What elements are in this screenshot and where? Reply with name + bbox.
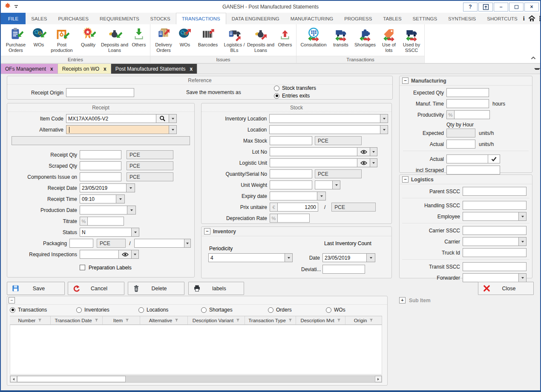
parent-sscc-input[interactable] [463, 187, 527, 196]
periodicity-combo[interactable] [208, 253, 293, 262]
scroll-right-arrow[interactable] [375, 376, 382, 382]
lot-no-input[interactable] [270, 147, 357, 156]
scroll-left-arrow[interactable] [10, 376, 17, 382]
production-date-input[interactable] [80, 206, 127, 215]
inventory-location-input[interactable] [269, 114, 380, 123]
manuf-time-input[interactable] [446, 99, 489, 108]
alternative-dropdown[interactable] [169, 125, 177, 134]
close-button[interactable]: Close [478, 282, 534, 295]
column-header-origin[interactable]: Origin [345, 316, 382, 324]
logistic-unit-input[interactable] [270, 158, 357, 167]
filter-funnel-icon[interactable] [288, 318, 292, 322]
delete-button[interactable]: Delete [128, 282, 184, 295]
radio-circle[interactable] [274, 86, 279, 91]
filter-locations[interactable]: Locations [138, 307, 168, 313]
titrate-input[interactable] [87, 217, 124, 226]
filter-inventories[interactable]: Inventories [76, 307, 109, 313]
receipt-time-input[interactable] [80, 195, 116, 203]
ribbon-button-others-issue[interactable]: Others [275, 25, 295, 48]
scraped-qty-input[interactable] [80, 161, 121, 170]
ribbon-button-used-by-sscc[interactable]: Used by SSCC [400, 25, 423, 53]
column-header-description-mvt[interactable]: Description Mvt [296, 316, 345, 324]
incl-scraped-input[interactable] [446, 166, 500, 175]
inspections-eye-button[interactable] [119, 250, 132, 259]
expiry-date-dropdown[interactable] [317, 192, 326, 200]
unit-weight-unit-input[interactable] [315, 180, 333, 189]
ribbon-tab-synthesis[interactable]: SYNTHESIS [443, 13, 481, 24]
ribbon-button-deposits-loans-issue[interactable]: Deposits and Loans [247, 25, 275, 53]
ribbon-tab-purchases[interactable]: PURCHASES [52, 13, 94, 24]
periodicity-dropdown[interactable] [285, 253, 293, 262]
radio-circle[interactable] [268, 307, 273, 313]
save-button[interactable]: Save [7, 282, 65, 295]
location-input[interactable] [269, 125, 380, 134]
collapse-results-button[interactable]: − [9, 297, 15, 303]
close-tab-icon[interactable]: x [50, 66, 53, 72]
inventory-location-dropdown[interactable] [380, 114, 388, 123]
column-header-transaction-date[interactable]: Transaction Date [51, 316, 103, 324]
ribbon-button-delivery-orders[interactable]: Delivery Orders [151, 25, 176, 53]
collapse-logistics-button[interactable]: − [402, 176, 409, 183]
actual-confirm-button[interactable] [488, 155, 500, 163]
doc-tab-receipts-on-wo[interactable]: Receipts on WO x [58, 64, 111, 74]
status-dropdown[interactable] [132, 228, 139, 237]
forwarder-dropdown[interactable] [519, 273, 527, 282]
horizontal-scrollbar[interactable] [10, 375, 382, 383]
expand-sub-item-button[interactable]: + [399, 297, 406, 303]
ribbon-tab-requirements[interactable]: REQUIREMENTS [94, 13, 145, 24]
ribbon-tab-stocks[interactable]: STOCKS [145, 13, 176, 24]
column-header-description-variant[interactable]: Description Variant [188, 316, 245, 324]
ribbon-button-post-production[interactable]: Post production [48, 25, 76, 53]
ribbon-button-wos-entry[interactable]: WOs [30, 25, 48, 48]
collapse-manufacturing-button[interactable]: − [402, 77, 409, 84]
radio-circle[interactable] [201, 307, 207, 313]
forwarder-input[interactable] [463, 273, 519, 282]
cancel-button[interactable]: Cancel [68, 282, 124, 295]
receipt-time-dropdown[interactable] [116, 195, 125, 203]
ribbon-tab-data-engineering[interactable]: DATA ENGINEERING [226, 13, 285, 24]
column-header-number[interactable]: Number [10, 316, 51, 324]
max-stock-input[interactable] [270, 136, 312, 145]
preparation-labels-checkbox[interactable] [80, 265, 85, 270]
transit-sscc-input[interactable] [463, 262, 527, 271]
ribbon-button-quality[interactable]: Quality [76, 25, 101, 48]
close-tab-icon[interactable]: x [104, 66, 106, 72]
sub-item-toggle[interactable]: + Sub Item [399, 297, 431, 303]
doc-tab-post-manufactured-statements[interactable]: Post Manufactured Statements x [111, 64, 197, 74]
ribbon-button-use-of-lots[interactable]: Use of lots [378, 25, 400, 53]
ribbon-button-consultation[interactable]: Consultation [297, 25, 330, 48]
ribbon-tab-shortcuts[interactable]: SHORTCUTS [481, 13, 523, 24]
ribbon-button-barcodes[interactable]: Barcodes [194, 25, 222, 48]
column-header-item[interactable]: Item [103, 316, 140, 324]
last-count-date-dropdown[interactable] [367, 253, 375, 262]
last-count-date-input[interactable] [322, 253, 367, 262]
unit-weight-input[interactable] [270, 180, 312, 189]
status-input[interactable] [80, 228, 132, 237]
components-issue-input[interactable] [80, 172, 121, 181]
carrier-dropdown[interactable] [519, 237, 527, 246]
carrier-sscc-input[interactable] [463, 226, 527, 235]
doc-tab-ofs-management[interactable]: OFs Management x [1, 64, 58, 74]
productivity-input[interactable] [454, 110, 490, 119]
unit-weight-dropdown[interactable] [333, 180, 340, 189]
deviation-input[interactable] [322, 265, 365, 274]
filter-funnel-icon[interactable] [236, 318, 240, 322]
actual-qty-input[interactable] [446, 155, 488, 163]
logistic-unit-eye-button[interactable] [357, 158, 370, 167]
expiry-date-input[interactable] [270, 192, 317, 200]
employee-dropdown[interactable] [519, 212, 527, 221]
item-code-input[interactable] [66, 114, 156, 123]
grid-body-empty[interactable] [10, 325, 382, 375]
grid-tool-icon[interactable] [539, 15, 541, 22]
filter-shortages[interactable]: Shortages [201, 307, 233, 313]
required-inspections-input[interactable] [80, 250, 119, 259]
packaging-input[interactable] [69, 239, 93, 248]
qty-serial-input[interactable] [270, 169, 312, 178]
collapse-inventory-button[interactable]: − [204, 228, 210, 235]
column-header-alternative[interactable]: Alternative [140, 316, 188, 324]
radio-circle[interactable] [138, 307, 144, 313]
receipt-date-input[interactable] [80, 183, 127, 192]
filter-transactions[interactable]: Transactions [10, 307, 47, 313]
periodicity-input[interactable] [208, 253, 285, 262]
ribbon-tab-settings[interactable]: SETTINGS [407, 13, 443, 24]
